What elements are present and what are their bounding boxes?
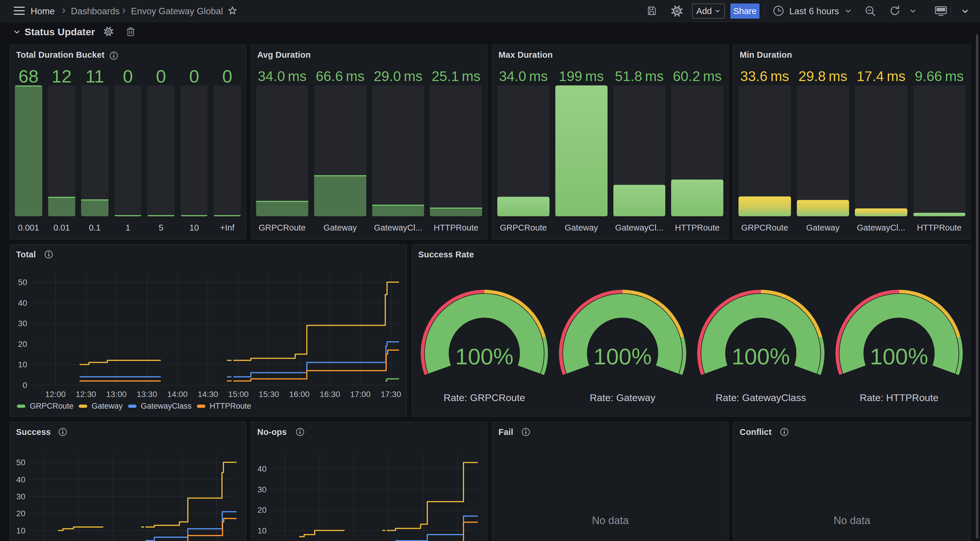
svg-text:30: 30 (258, 485, 267, 494)
svg-text:20: 20 (258, 505, 267, 514)
svg-text:30: 30 (16, 492, 25, 501)
svg-text:16:00: 16:00 (289, 390, 309, 399)
svg-text:100%: 100% (593, 344, 652, 369)
svg-text:40: 40 (258, 464, 267, 473)
svg-text:0: 0 (22, 381, 27, 390)
svg-text:100%: 100% (455, 344, 514, 369)
svg-text:10: 10 (18, 360, 27, 369)
svg-text:17:00: 17:00 (350, 390, 371, 399)
svg-text:100%: 100% (732, 344, 790, 369)
svg-text:15:00: 15:00 (228, 390, 248, 399)
svg-text:20: 20 (18, 340, 27, 349)
svg-text:12:30: 12:30 (76, 390, 96, 399)
svg-text:20: 20 (16, 509, 25, 518)
svg-text:12:00: 12:00 (45, 390, 65, 399)
svg-text:14:30: 14:30 (198, 390, 218, 399)
svg-text:10: 10 (258, 526, 267, 535)
svg-text:16:30: 16:30 (320, 390, 340, 399)
svg-text:13:30: 13:30 (137, 390, 157, 399)
svg-text:15:30: 15:30 (259, 390, 279, 399)
svg-text:17:30: 17:30 (381, 390, 401, 399)
svg-text:50: 50 (18, 278, 27, 287)
svg-text:10: 10 (16, 526, 25, 535)
svg-text:30: 30 (18, 319, 27, 328)
svg-text:40: 40 (18, 298, 27, 308)
svg-text:13:00: 13:00 (106, 390, 127, 399)
svg-text:40: 40 (16, 475, 25, 484)
svg-text:50: 50 (16, 458, 25, 467)
svg-text:14:00: 14:00 (167, 390, 188, 399)
svg-text:100%: 100% (870, 344, 928, 369)
